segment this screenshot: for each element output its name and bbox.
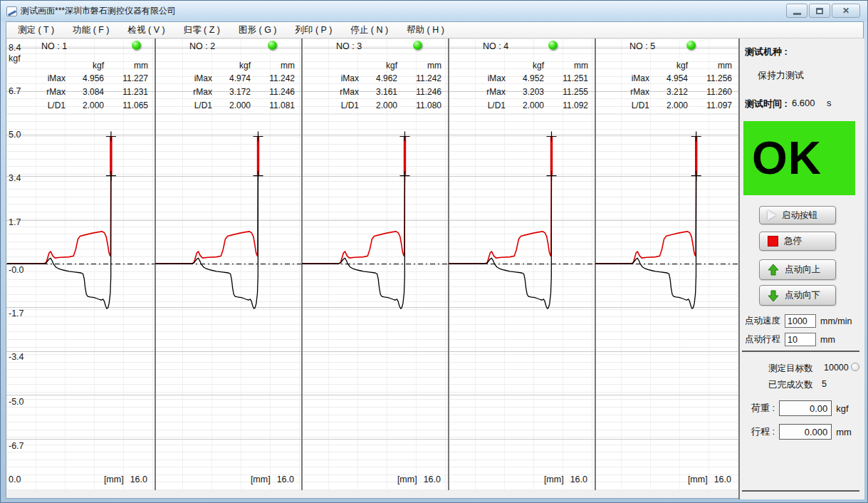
completed-count-value: 5: [822, 379, 827, 389]
load-label: 荷重 :: [751, 402, 775, 415]
app-icon: [6, 6, 17, 16]
jog-speed-input[interactable]: [785, 314, 816, 328]
menu-graph[interactable]: 图形 ( G ): [229, 22, 286, 38]
chart-panel-1: NO : 1 kgfmm iMax4.95611.227 rMax3.08411…: [7, 38, 155, 490]
stroke-unit: mm: [836, 427, 852, 437]
load-readout-row: 荷重 : 0.00 kgf: [751, 400, 849, 416]
x-axis-max-label: [mm]16.0: [397, 475, 441, 484]
client-area: 测定 ( T ) 功能 ( F ) 检视 ( V ) 归零 ( Z ) 图形 (…: [6, 21, 864, 499]
waveform-plot: [302, 38, 448, 490]
menu-bar: 测定 ( T ) 功能 ( F ) 检视 ( V ) 归零 ( Z ) 图形 (…: [6, 22, 863, 38]
window-titlebar[interactable]: 测试画面***深圳市磐石测控仪器有限公司 ✕: [1, 1, 867, 21]
waveform-plot: [449, 38, 595, 490]
jog-stroke-unit: mm: [820, 335, 835, 345]
chart-region: 8.4 kgf 6.7 5.0 3.4 1.7 -0.0 -1.7 -3.4 -…: [6, 38, 738, 490]
chart-panel-2: NO : 2 kgfmm iMax4.97411.242 rMax3.17211…: [155, 38, 301, 490]
x-axis-max-label: [mm]16.0: [104, 475, 147, 484]
jog-stroke-input[interactable]: [785, 333, 816, 346]
completed-count-label: 已完成次数: [768, 379, 813, 391]
minimize-button[interactable]: [786, 4, 807, 18]
result-status: OK: [743, 121, 855, 195]
menu-view[interactable]: 检视 ( V ): [119, 22, 174, 38]
machine-type-label: 测试机种 :: [745, 46, 788, 58]
jog-speed-label: 点动速度: [745, 315, 780, 327]
target-count-value: 10000: [824, 363, 849, 373]
x-axis-max-label: [mm]16.0: [544, 475, 587, 484]
machine-type-value: 保持力测试: [758, 69, 804, 82]
test-time-unit: s: [827, 98, 832, 108]
chart-panel-4: NO : 4 kgfmm iMax4.95211.251 rMax3.20311…: [449, 38, 595, 490]
arrow-up-icon: [768, 264, 779, 276]
test-time-value: 6.600: [792, 98, 815, 108]
section-divider: [742, 351, 859, 352]
target-count-label: 测定目标数: [768, 363, 813, 375]
jog-up-button[interactable]: 点动向上: [759, 259, 836, 280]
maximize-button[interactable]: [809, 4, 830, 18]
jog-speed-unit: mm/min: [820, 316, 852, 326]
start-button-label: 启动按钮: [782, 209, 817, 222]
load-unit: kgf: [836, 403, 848, 414]
jog-down-button[interactable]: 点动向下: [759, 285, 836, 306]
x-axis-max-label: [mm]16.0: [688, 475, 731, 484]
chart-panel-5: NO : 5 kgfmm iMax4.95411.256 rMax3.21211…: [595, 38, 738, 490]
stop-icon: [768, 236, 778, 247]
estop-button-label: 急停: [784, 235, 802, 247]
waveform-plot: [595, 38, 738, 490]
window-controls: ✕: [786, 4, 860, 18]
jog-speed-row: 点动速度 mm/min: [745, 314, 852, 328]
app-window: 测试画面***深圳市磐石测控仪器有限公司 ✕ 测定 ( T ) 功能 ( F )…: [0, 0, 868, 503]
window-title: 测试画面***深圳市磐石测控仪器有限公司: [21, 5, 176, 17]
jog-down-label: 点动向下: [785, 289, 820, 301]
menu-help[interactable]: 帮助 ( H ): [397, 22, 454, 38]
jog-stroke-row: 点动行程 mm: [745, 333, 835, 346]
arrow-down-icon: [768, 290, 779, 301]
waveform-plot: [7, 38, 155, 490]
chart-panel-3: NO : 3 kgfmm iMax4.96211.242 rMax3.16111…: [302, 38, 448, 490]
play-icon: [768, 210, 776, 220]
stroke-label: 行程 :: [751, 425, 775, 438]
jog-up-label: 点动向上: [785, 264, 820, 276]
target-indicator: [851, 363, 859, 371]
test-time-label: 测试时间 :: [745, 98, 788, 110]
close-icon: ✕: [842, 6, 849, 16]
start-button[interactable]: 启动按钮: [759, 206, 836, 224]
control-side-panel: 测试机种 : 保持力测试 测试时间 : 6.600 s OK 启动按钮 急停 点…: [738, 38, 864, 499]
maximize-icon: [816, 8, 823, 14]
load-value-display: 0.00: [779, 400, 832, 416]
menu-function[interactable]: 功能 ( F ): [63, 22, 118, 38]
menu-zero[interactable]: 归零 ( Z ): [174, 22, 229, 38]
stroke-value-display: 0.000: [779, 424, 832, 440]
waveform-plot: [155, 38, 301, 490]
menu-print[interactable]: 列印 ( P ): [286, 22, 342, 38]
menu-measure[interactable]: 测定 ( T ): [9, 22, 63, 38]
emergency-stop-button[interactable]: 急停: [759, 232, 836, 251]
x-axis-max-label: [mm]16.0: [251, 475, 294, 484]
jog-stroke-label: 点动行程: [745, 333, 780, 346]
close-button[interactable]: ✕: [832, 4, 860, 18]
menu-stop[interactable]: 停止 ( N ): [341, 22, 397, 38]
stroke-readout-row: 行程 : 0.000 mm: [751, 424, 852, 440]
minimize-icon: [793, 13, 801, 15]
bottom-divider: [742, 490, 859, 492]
